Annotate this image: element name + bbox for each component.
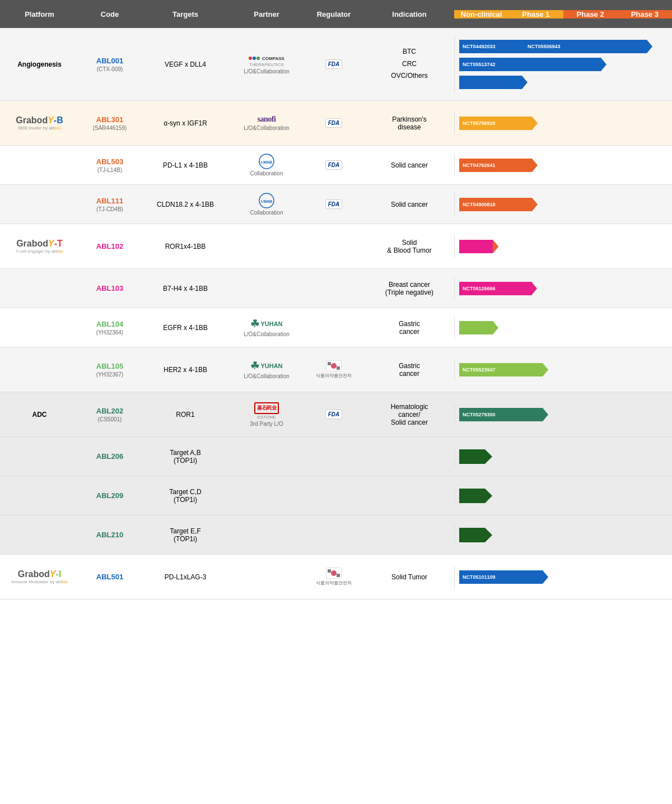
table-row: ABL206 Target A,B(TOP1i) — [0, 437, 672, 476]
partner-sub: L/O&Collaboration — [235, 68, 298, 75]
code-link-abl206[interactable]: ABL206 — [83, 452, 136, 461]
code-link-abl210[interactable]: ABL210 — [83, 531, 136, 539]
indication-abl210 — [365, 532, 454, 538]
phase-section-abl210 — [454, 524, 672, 546]
table-row: ABL104 (YH32364) EGFR x 4-1BB ☘ YUHAN L/… — [0, 308, 672, 347]
code-abl206: ABL206 — [79, 449, 141, 464]
code-link-abl501[interactable]: ABL501 — [83, 573, 136, 581]
regulator-abl202: FDA — [303, 406, 365, 422]
indication-abl501: Solid Tumor — [365, 570, 454, 584]
partner-sub-abl111: Collaboration — [250, 210, 283, 216]
code-link-abl105[interactable]: ABL105 — [83, 362, 136, 370]
sub-abl202: (CS5001) — [83, 416, 136, 422]
regulator-abl105: 식품의약품안전처 — [303, 357, 365, 382]
targets-abl104: EGFR x 4-1BB — [141, 320, 230, 335]
code-link-abl111[interactable]: ABL111 — [83, 197, 136, 205]
compass-logo: COMPASS — [249, 56, 284, 61]
sub-abl301: (SAR446159) — [83, 125, 136, 131]
indication-abl503: Solid cancer — [365, 158, 454, 173]
regulator-abl501: 식품의약품안전처 — [303, 564, 365, 589]
phase-section-abl104 — [454, 317, 672, 339]
platform-label: Angiogenesis — [17, 61, 62, 68]
phase-bar-btc: NCT04492033 NCT05506943 — [459, 39, 668, 54]
indication-abl202: Hematologiccancer/Solid cancer — [365, 399, 454, 430]
targets-abl102: ROR1x4-1BB — [141, 239, 230, 254]
targets-abl301: α-syn x IGF1R — [141, 116, 230, 131]
nct-bar-abl111: NCT04900818 — [459, 198, 532, 211]
fda-logo-abl202: FDA — [325, 410, 343, 419]
regulator-abl209 — [303, 492, 365, 499]
code-link-abl202[interactable]: ABL202 — [83, 407, 136, 415]
nct-bar-ovc — [459, 76, 522, 89]
nct-bar-abl501: NCT05101109 — [459, 570, 543, 584]
code-abl301[interactable]: ABL301 — [83, 115, 136, 124]
code-abl209: ABL209 — [79, 488, 141, 503]
sub-abl104: (YH32364) — [83, 329, 136, 336]
table-row: Angiogenesis ABL001 (CTX-009) VEGF x DLL… — [0, 28, 672, 101]
targets-abl210: Target E,F(TOP1i) — [141, 524, 230, 546]
code-abl503: ABL503 (TJ-L14B) — [79, 154, 141, 176]
partner-sub-abl301: L/O&Collaboration — [235, 125, 298, 131]
partner-cell: COMPASS THERAPEUTICS L/O&Collaboration — [230, 50, 303, 78]
sub-abl111: (TJ-CD4B) — [83, 206, 136, 212]
platform-empty-abl103 — [0, 285, 79, 292]
platform-empty-abl503 — [0, 162, 79, 169]
targets-abl202: ROR1 — [141, 407, 230, 422]
indication-abl105: Gastriccancer — [365, 359, 454, 381]
targets-cell: VEGF x DLL4 — [141, 57, 230, 72]
header-indication: Indication — [365, 10, 454, 18]
platform-grabody-i: GrabodY-I Immune Modulator by ablbio — [0, 566, 79, 588]
indication-abl301: Parkinson'sdisease — [365, 112, 454, 134]
platform-grabody-t: GrabodY-T T-cell engager by ablbio — [0, 235, 79, 257]
partner-abl102 — [230, 243, 303, 250]
phase-section-abl209 — [454, 485, 672, 506]
partner-sanofi: sanofi L/O&Collaboration — [230, 111, 303, 134]
header-nonclinical: Non-clinical — [454, 10, 508, 18]
platform-adc: ADC — [0, 407, 79, 422]
code-abl103: ABL103 — [79, 281, 141, 296]
table-row: GrabodY-I Immune Modulator by ablbio ABL… — [0, 555, 672, 599]
grabody-t-logo: GrabodY-T T-cell engager by ablbio — [4, 239, 74, 254]
code-link[interactable]: ABL001 — [83, 57, 136, 65]
basshi-english: ESTONE — [258, 415, 276, 420]
nct-bar-abl503: NCT04762641 — [459, 159, 532, 172]
header-phase3: Phase 3 — [618, 10, 672, 18]
svg-point-13 — [331, 570, 337, 576]
indication-cell: BTCCRCOVC/Others — [365, 43, 454, 86]
header-platform: Platform — [0, 10, 79, 18]
partner-abl103 — [230, 285, 303, 292]
targets-abl105: HER2 x 4-1BB — [141, 363, 230, 377]
regulator-cell: FDA — [303, 56, 365, 72]
code-cell: ABL001 (CTX-009) — [79, 53, 141, 76]
code-link-abl104[interactable]: ABL104 — [83, 320, 136, 328]
svg-text:I-MAB: I-MAB — [261, 160, 272, 164]
fda-logo-abl111: FDA — [325, 199, 343, 209]
code-link-abl209[interactable]: ABL209 — [83, 491, 136, 500]
phase-section: NCT04492033 NCT05506943 NCT05513742 — [454, 35, 672, 94]
korea-flag-svg-abl501 — [326, 568, 341, 578]
code-link-abl103[interactable]: ABL103 — [83, 284, 136, 292]
phase-bar-abl206 — [459, 449, 485, 464]
grabody-b-logo: GrabodY-B BBB shuttle by ablbio — [4, 115, 74, 131]
code-abl501: ABL501 — [79, 569, 141, 584]
nct-bar-abl103: NCT06126666 — [459, 282, 532, 295]
code-link-abl503[interactable]: ABL503 — [83, 157, 136, 166]
regulator-abl102 — [303, 243, 365, 250]
table-row: ABL105 (YH32367) HER2 x 4-1BB ☘ YUHAN L/… — [0, 347, 672, 392]
phase-section-abl111: NCT04900818 — [454, 193, 672, 216]
basshi-logo: 基石药业 — [254, 402, 279, 414]
code-cell-abl301: ABL301 (SAR446159) — [79, 112, 141, 134]
regulator-abl206 — [303, 453, 365, 460]
targets-abl103: B7-H4 x 4-1BB — [141, 281, 230, 296]
indication-abl206 — [365, 453, 454, 460]
table-row: ADC ABL202 (CS5001) ROR1 基石药业 ESTONE 3rd… — [0, 392, 672, 437]
code-abl111: ABL111 (TJ-CD4B) — [79, 193, 141, 216]
regulator-abl210 — [303, 532, 365, 538]
table-row: ABL103 B7-H4 x 4-1BB Breast cancer(Tripl… — [0, 269, 672, 308]
platform-empty-abl206 — [0, 453, 79, 460]
phase-section-abl105: NCT05523947 — [454, 359, 672, 381]
code-link-abl102[interactable]: ABL102 — [83, 242, 136, 250]
kr-regulator-label-abl501: 식품의약품안전처 — [316, 580, 352, 586]
sub-abl503: (TJ-L14B) — [83, 167, 136, 173]
partner-imab-abl503: I-MAB Collaboration — [230, 150, 303, 180]
